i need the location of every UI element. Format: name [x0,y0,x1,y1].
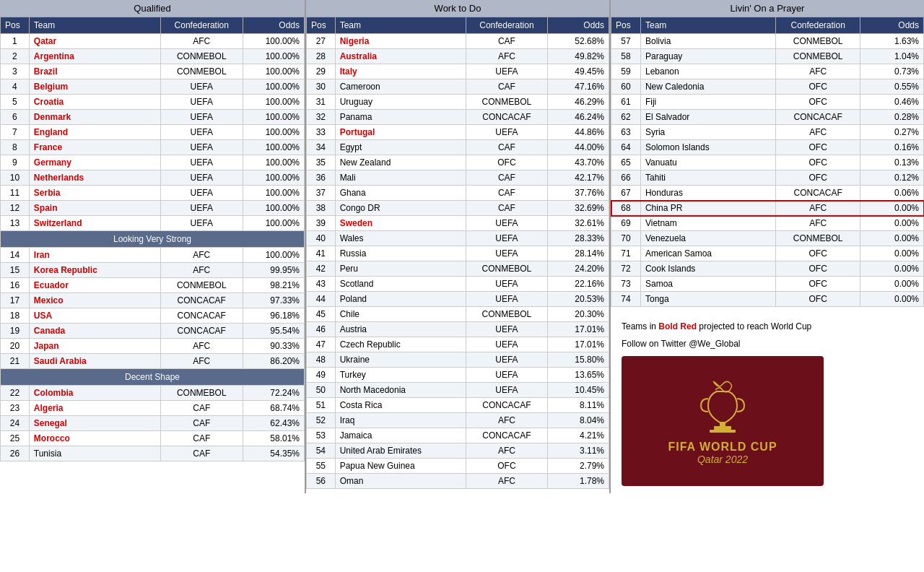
conf-header: Confederation [160,17,243,34]
pos-cell: 54 [307,443,336,459]
team-cell: Fiji [640,95,775,110]
pos-cell: 11 [1,186,30,201]
team-cell: Bolivia [640,34,775,49]
table-row: 54United Arab EmiratesAFC3.11% [307,443,609,459]
odds-cell: 100.00% [243,140,304,155]
team-cell: New Zealand [335,155,466,170]
odds-cell: 86.20% [243,354,304,369]
conf-cell: AFC [160,263,243,278]
team-cell: United Arab Emirates [335,443,466,459]
odds-cell: 8.04% [548,413,609,428]
odds-cell: 0.55% [860,79,924,95]
conf-cell: AFC [776,125,860,140]
team-cell: Venezuela [640,231,775,246]
pos-cell: 70 [611,231,641,246]
team-cell: USA [29,308,160,324]
team-cell: Senegal [29,416,160,431]
pos-header3: Pos [611,17,641,34]
table-row: 42PeruCONMEBOL24.20% [307,261,609,277]
table-row: 8FranceUEFA100.00% [1,140,305,155]
odds-cell: 10.45% [548,383,609,398]
conf-cell: CAF [466,79,547,95]
odds-cell: 99.95% [243,263,304,278]
table-row: 45ChileCONMEBOL20.30% [307,307,609,322]
conf-cell: CONMEBOL [160,386,243,401]
odds-cell: 100.00% [243,201,304,216]
conf-cell: OFC [776,155,860,170]
team-cell: Czech Republic [335,337,466,352]
odds-cell: 100.00% [243,49,304,64]
odds-cell: 58.01% [243,431,304,446]
odds-cell: 52.68% [548,34,609,49]
conf-cell: CONMEBOL [466,261,547,277]
table-row: 35New ZealandOFC43.70% [307,155,609,170]
odds-cell: 100.00% [243,216,304,231]
table-row: 69VietnamAFC0.00% [611,216,924,231]
conf-cell: CONMEBOL [466,307,547,322]
pos-cell: 51 [307,398,336,413]
pos-cell: 1 [1,34,30,49]
pos-cell: 56 [307,474,336,489]
team-cell: Paraguay [640,49,775,64]
odds-cell: 0.00% [860,292,924,307]
table-row: 72Cook IslandsOFC0.00% [611,261,924,277]
conf-cell: CONCACAF [776,110,860,125]
pos-cell: 71 [611,246,641,261]
pos-cell: 6 [1,110,30,125]
team-cell: Italy [335,64,466,79]
team-cell: Honduras [640,186,775,201]
pos-cell: 35 [307,155,336,170]
odds-cell: 96.18% [243,308,304,324]
team-header2: Team [335,17,466,34]
pos-cell: 57 [611,34,641,49]
team-cell: Korea Republic [29,263,160,278]
table-row: 29ItalyUEFA49.45% [307,64,609,79]
work-to-do-section: Work to Do Pos Team Confederation Odds 2… [305,0,609,493]
table-row: 20JapanAFC90.33% [1,339,305,354]
table-row: 58ParaguayCONMEBOL1.04% [611,49,924,64]
conf-cell: AFC [466,443,547,459]
pos-cell: 68 [611,201,641,216]
table-row: 74TongaOFC0.00% [611,292,924,307]
table-row: 52IraqAFC8.04% [307,413,609,428]
odds-cell: 24.20% [548,261,609,277]
table-row: 23AlgeriaCAF68.74% [1,401,305,416]
team-cell: Ecuador [29,278,160,293]
pos-cell: 16 [1,278,30,293]
pos-cell: 2 [1,49,30,64]
team-cell: Papua New Guinea [335,459,466,474]
conf-cell: UEFA [466,337,547,352]
table-row: 39SwedenUEFA32.61% [307,216,609,231]
pos-cell: 67 [611,186,641,201]
conf-header2: Confederation [466,17,547,34]
team-header: Team [29,17,160,34]
conf-cell: AFC [160,354,243,369]
team-cell: Tonga [640,292,775,307]
odds-cell: 44.00% [548,140,609,155]
table-row: 51Costa RicaCONCACAF8.11% [307,398,609,413]
table-row: 47Czech RepublicUEFA17.01% [307,337,609,352]
team-cell: England [29,125,160,140]
conf-cell: CONMEBOL [466,95,547,110]
table-row: 50North MacedoniaUEFA10.45% [307,383,609,398]
conf-cell: CAF [160,416,243,431]
team-cell: Wales [335,231,466,246]
conf-cell: CONCACAF [466,398,547,413]
conf-cell: OFC [466,155,547,170]
pos-cell: 55 [307,459,336,474]
team-cell: Australia [335,49,466,64]
odds-cell: 0.00% [860,216,924,231]
odds-cell: 98.21% [243,278,304,293]
pos-cell: 28 [307,49,336,64]
pos-cell: 10 [1,170,30,186]
team-cell: Morocco [29,431,160,446]
table-row: 56OmanAFC1.78% [307,474,609,489]
odds-cell: 100.00% [243,125,304,140]
world-cup-logo: FIFA WORLD CUP Qatar 2022 [622,356,824,486]
odds-cell: 42.17% [548,170,609,186]
table-row: 70VenezuelaCONMEBOL0.00% [611,231,924,246]
pos-cell: 53 [307,428,336,443]
odds-cell: 17.01% [548,337,609,352]
work-to-do-header: Work to Do [306,0,609,17]
conf-cell: UEFA [466,231,547,246]
